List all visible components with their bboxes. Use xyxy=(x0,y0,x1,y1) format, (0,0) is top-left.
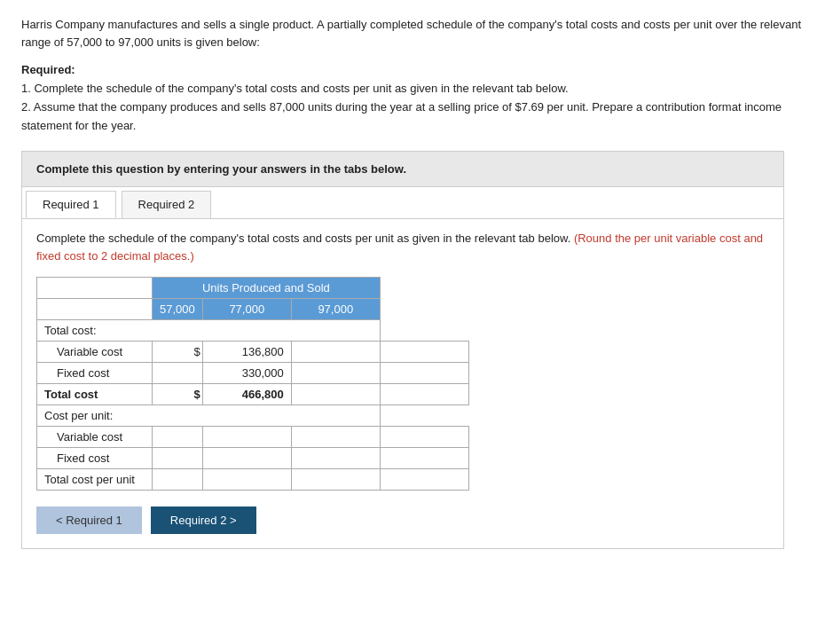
required-item-2: 2. Assume that the company produces and … xyxy=(21,98,812,136)
per-unit-variable-57k-input[interactable] xyxy=(213,430,284,444)
section-cost-per-unit: Cost per unit: xyxy=(37,405,469,427)
col-97k-header: 97,000 xyxy=(291,299,380,320)
total-cost-per-unit-77k[interactable] xyxy=(291,469,380,491)
total-cost-57k: 466,800 xyxy=(202,384,291,405)
variable-cost-57k: 136,800 xyxy=(202,342,291,363)
per-unit-fixed-77k-input[interactable] xyxy=(302,452,373,465)
per-unit-fixed-77k[interactable] xyxy=(291,448,380,469)
question-box-text: Complete this question by entering your … xyxy=(36,162,406,176)
fixed-cost-77k[interactable] xyxy=(291,363,380,384)
tab-required-1[interactable]: Required 1 xyxy=(26,191,116,218)
total-cost-97k-input[interactable] xyxy=(390,388,461,401)
fixed-cost-label: Fixed cost xyxy=(37,363,153,384)
per-unit-fixed-label: Fixed cost xyxy=(37,448,153,469)
per-unit-variable-57k[interactable] xyxy=(202,427,291,448)
question-box: Complete this question by entering your … xyxy=(21,151,784,187)
tabs-container: Required 1 Required 2 Complete the sched… xyxy=(21,187,784,549)
tab-content: Complete the schedule of the company's t… xyxy=(22,219,783,548)
total-cost-dollar: $ xyxy=(153,384,203,405)
row-fixed-cost: Fixed cost 330,000 xyxy=(37,363,469,384)
col-77k-header: 77,000 xyxy=(202,299,291,320)
required-item-1: 1. Complete the schedule of the company'… xyxy=(21,80,812,98)
per-unit-variable-77k-input[interactable] xyxy=(302,430,373,444)
fixed-cost-57k: 330,000 xyxy=(202,363,291,384)
per-unit-variable-97k-input[interactable] xyxy=(390,430,461,444)
fixed-cost-57k-value: 330,000 xyxy=(242,366,284,380)
total-cost-per-unit-dollar xyxy=(153,469,203,491)
per-unit-variable-77k[interactable] xyxy=(291,427,380,448)
total-cost-per-unit-label: Total cost per unit xyxy=(37,469,153,491)
tab-bar: Required 1 Required 2 xyxy=(22,187,783,219)
section-total-cost: Total cost: xyxy=(37,320,469,342)
per-unit-fixed-57k-input[interactable] xyxy=(213,452,284,465)
tab-required-2[interactable]: Required 2 xyxy=(122,191,212,218)
total-cost-97k[interactable] xyxy=(380,384,468,405)
total-cost-per-unit-97k-input[interactable] xyxy=(390,473,461,486)
variable-cost-dollar: $ xyxy=(153,342,203,363)
row-variable-cost: Variable cost $ 136,800 xyxy=(37,342,469,363)
per-unit-fixed-57k[interactable] xyxy=(202,448,291,469)
row-per-unit-variable: Variable cost xyxy=(37,427,469,448)
row-per-unit-fixed: Fixed cost xyxy=(37,448,469,469)
variable-cost-97k-input[interactable] xyxy=(390,345,461,358)
row-total-cost: Total cost $ 466,800 xyxy=(37,384,469,405)
total-cost-57k-value: 466,800 xyxy=(242,388,284,401)
col-empty-header xyxy=(37,278,153,299)
next-button[interactable]: Required 2 > xyxy=(151,507,256,534)
total-cost-label: Total cost xyxy=(37,384,153,405)
prev-button[interactable]: < Required 1 xyxy=(36,507,142,534)
fixed-cost-97k-input[interactable] xyxy=(390,366,461,380)
variable-cost-77k[interactable] xyxy=(291,342,380,363)
units-produced-header: Units Produced and Sold xyxy=(153,278,381,299)
per-unit-fixed-97k[interactable] xyxy=(380,448,468,469)
tab-instruction: Complete the schedule of the company's t… xyxy=(36,230,764,264)
variable-cost-97k[interactable] xyxy=(380,342,468,363)
per-unit-variable-97k[interactable] xyxy=(380,427,468,448)
total-cost-per-unit-77k-input[interactable] xyxy=(302,473,373,486)
total-cost-77k-input[interactable] xyxy=(302,388,373,401)
per-unit-variable-label: Variable cost xyxy=(37,427,153,448)
section-total-cost-label: Total cost: xyxy=(37,320,381,342)
variable-cost-77k-input[interactable] xyxy=(302,345,373,358)
fixed-cost-dollar xyxy=(153,363,203,384)
cost-table: Units Produced and Sold 57,000 77,000 97… xyxy=(36,277,469,491)
col-label-header xyxy=(37,299,153,320)
row-total-cost-per-unit: Total cost per unit xyxy=(37,469,469,491)
total-cost-per-unit-97k[interactable] xyxy=(380,469,468,491)
required-list: 1. Complete the schedule of the company'… xyxy=(21,80,812,135)
per-unit-fixed-97k-input[interactable] xyxy=(390,452,461,465)
total-cost-per-unit-57k[interactable] xyxy=(202,469,291,491)
nav-buttons: < Required 1 Required 2 > xyxy=(36,507,769,534)
variable-cost-label: Variable cost xyxy=(37,342,153,363)
total-cost-per-unit-57k-input[interactable] xyxy=(213,473,284,486)
per-unit-variable-dollar xyxy=(153,427,203,448)
per-unit-fixed-dollar xyxy=(153,448,203,469)
variable-cost-57k-value: 136,800 xyxy=(242,345,284,358)
fixed-cost-97k[interactable] xyxy=(380,363,468,384)
section-cost-per-unit-label: Cost per unit: xyxy=(37,405,381,427)
intro-text: Harris Company manufactures and sells a … xyxy=(21,16,812,51)
required-header: Required: xyxy=(21,63,812,76)
total-cost-77k[interactable] xyxy=(291,384,380,405)
col-57k-header: 57,000 xyxy=(153,299,203,320)
fixed-cost-77k-input[interactable] xyxy=(302,366,373,380)
tab-instruction-main: Complete the schedule of the company's t… xyxy=(36,232,570,245)
